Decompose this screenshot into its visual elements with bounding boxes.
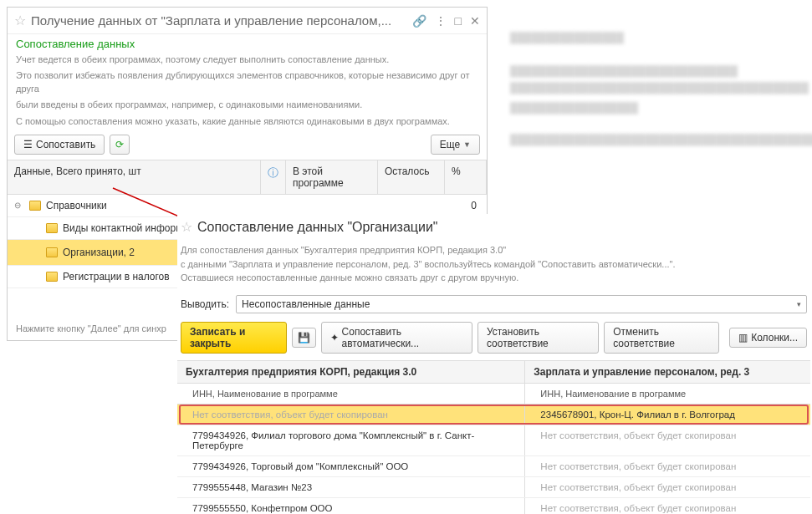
table-row[interactable]: 7799434926, Филиал торгового дома "Компл…	[177, 425, 810, 456]
cell-left: 7799434926, Филиал торгового дома "Компл…	[177, 425, 525, 455]
window-title: Сопоставление данных "Организации"	[197, 220, 807, 235]
desc-line: были введены в обеих программах, наприме…	[8, 97, 487, 113]
cell-right: Нет соответствия, объект будет скопирова…	[525, 498, 810, 515]
cell-right: 2345678901, Крон-Ц. Филиал в г. Волгогра…	[525, 405, 810, 425]
desc-line: Оставшиеся несопоставленные данные можно…	[181, 271, 807, 285]
table-header: Бухгалтерия предприятия КОРП, редакция 3…	[177, 360, 810, 384]
row-label: Регистрации в налогов	[63, 271, 170, 282]
window-mapping: ☆ Сопоставление данных "Организации" Для…	[177, 214, 810, 514]
cell-right: Нет соответствия, объект будет скопирова…	[525, 425, 810, 455]
desc-block: Для сопоставления данных "Бухгалтерия пр…	[177, 243, 810, 292]
refresh-button[interactable]: ⟳	[110, 135, 130, 155]
filter-label: Выводить:	[181, 298, 229, 310]
row-left	[378, 201, 445, 211]
th-data: Данные, Всего принято, шт	[8, 160, 261, 194]
btn-label: Сопоставить автоматически...	[342, 326, 463, 349]
th-col1: Бухгалтерия предприятия КОРП, редакция 3…	[177, 361, 525, 383]
chevron-down-icon: ▼	[463, 140, 471, 149]
item-icon	[46, 223, 58, 233]
compare-button[interactable]: ☰ Сопоставить	[14, 135, 105, 155]
toolbar: ☰ Сопоставить ⟳ Еще ▼	[8, 130, 487, 160]
cell-left: 7799434926, Торговый дом "Комплексный" О…	[177, 456, 525, 476]
cancel-match-button[interactable]: Отменить соответствие	[604, 322, 719, 354]
auto-match-button[interactable]: ✦Сопоставить автоматически...	[321, 322, 472, 354]
desc-line: С помощью сопоставления можно указать, к…	[8, 114, 487, 130]
favorite-star-icon[interactable]: ☆	[14, 13, 26, 28]
th-pct: %	[445, 160, 487, 194]
maximize-icon[interactable]: □	[455, 14, 462, 28]
titlebar: ☆ Получение данных от "Зарплата и управл…	[8, 8, 487, 34]
titlebar: ☆ Сопоставление данных "Организации"	[177, 214, 810, 243]
sub-col2: ИНН, Наименование в программе	[525, 384, 810, 404]
refresh-icon: ⟳	[115, 139, 124, 150]
wand-icon: ✦	[330, 332, 339, 344]
cell-right: Нет соответствия, объект будет скопирова…	[525, 477, 810, 497]
table-header: Данные, Всего принято, шт ⓘ В этой прогр…	[8, 160, 487, 195]
save-close-button[interactable]: Записать и закрыть	[181, 322, 287, 354]
footer-hint: Нажмите кнопку "Далее" для синхр	[16, 323, 166, 333]
menu-icon[interactable]: ⋮	[435, 14, 447, 28]
table-row[interactable]: 7799434926, Торговый дом "Комплексный" О…	[177, 456, 810, 477]
close-icon[interactable]: ✕	[470, 14, 480, 28]
filter-row: Выводить: Несопоставленные данные ▾	[177, 292, 810, 320]
set-match-button[interactable]: Установить соответствие	[477, 322, 599, 354]
list-icon: ☰	[23, 139, 33, 150]
item-icon	[46, 247, 58, 257]
btn-label: Колонки...	[751, 332, 798, 344]
floppy-icon: 💾	[298, 332, 310, 344]
cell-left: Нет соответствия, объект будет скопирова…	[177, 405, 525, 425]
table-subheader: ИНН, Наименование в программе ИНН, Наиме…	[177, 384, 810, 405]
row-label: Организации, 2	[63, 247, 135, 258]
sub-col1: ИНН, Наименование в программе	[177, 384, 525, 404]
item-icon	[46, 272, 58, 282]
subtitle: Сопоставление данных	[8, 34, 487, 52]
chevron-down-icon: ▾	[797, 300, 801, 308]
btn-label: Отменить соответствие	[613, 326, 710, 349]
row-info	[261, 201, 286, 211]
filter-select[interactable]: Несопоставленные данные ▾	[236, 295, 807, 313]
table-row[interactable]: Нет соответствия, объект будет скопирова…	[177, 405, 810, 425]
cell-right: Нет соответствия, объект будет скопирова…	[525, 456, 810, 476]
desc-line: Учет ведется в обеих программах, поэтому…	[8, 52, 487, 68]
desc-line: с данными "Зарплата и управление персона…	[181, 257, 807, 272]
row-label: Справочники	[46, 200, 107, 211]
toolbar: Записать и закрыть 💾 ✦Сопоставить автома…	[177, 320, 810, 360]
th-left: Осталось	[378, 160, 445, 194]
th-inprog: В этой программе	[286, 160, 378, 194]
link-icon[interactable]: 🔗	[412, 14, 426, 28]
collapse-icon[interactable]: ⊖	[14, 201, 24, 210]
window-title: Получение данных от "Зарплата и управлен…	[31, 13, 412, 28]
table-row[interactable]: 7799555550, Конфетпром ОООНет соответств…	[177, 498, 810, 515]
favorite-star-icon[interactable]: ☆	[181, 219, 192, 235]
desc-line: Для сопоставления данных "Бухгалтерия пр…	[181, 243, 807, 257]
th-col2: Зарплата и управление персоналом, ред. 3	[525, 361, 810, 383]
columns-button[interactable]: ▥Колонки...	[729, 328, 807, 348]
filter-value: Несопоставленные данные	[242, 298, 370, 310]
more-button[interactable]: Еще ▼	[431, 135, 480, 155]
cell-left: 7799555550, Конфетпром ООО	[177, 498, 525, 515]
compare-label: Сопоставить	[36, 139, 95, 150]
desc-line: Это позволит избежать появления дублирую…	[8, 68, 487, 97]
table-body: Нет соответствия, объект будет скопирова…	[177, 405, 810, 515]
save-button[interactable]: 💾	[292, 328, 316, 348]
th-info-icon: ⓘ	[261, 160, 286, 194]
cell-left: 7799555448, Магазин №23	[177, 477, 525, 497]
folder-icon	[29, 201, 41, 211]
row-inprog	[286, 201, 378, 211]
more-label: Еще	[440, 139, 460, 150]
btn-label: Записать и закрыть	[190, 326, 278, 349]
btn-label: Установить соответствие	[487, 326, 590, 349]
columns-icon: ▥	[738, 332, 748, 344]
table-row[interactable]: 7799555448, Магазин №23Нет соответствия,…	[177, 477, 810, 498]
